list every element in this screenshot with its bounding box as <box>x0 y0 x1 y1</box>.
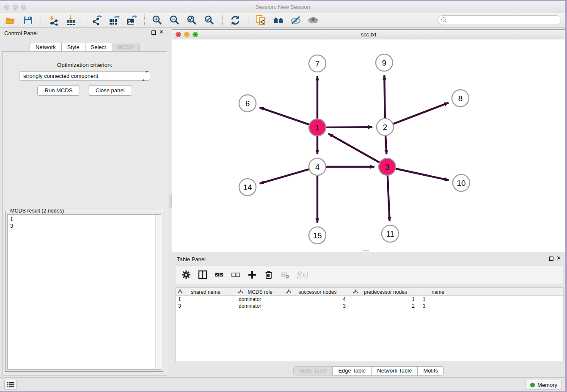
refresh-icon[interactable] <box>230 15 241 26</box>
select-all-checkboxes-icon[interactable] <box>215 270 224 279</box>
delete-table-icon[interactable] <box>281 270 290 279</box>
graph-node-label-8: 8 <box>458 94 463 103</box>
graph-node-label-2: 2 <box>383 123 388 132</box>
save-icon[interactable] <box>22 15 33 26</box>
tab-edge-table[interactable]: Edge Table <box>332 366 372 375</box>
main-toolbar <box>0 13 565 28</box>
graph-node-label-11: 11 <box>386 229 394 238</box>
column-header-name[interactable]: name <box>420 288 456 296</box>
zoom-in-icon[interactable] <box>152 15 163 26</box>
network-view-window: ✕ − + scc.txt 7968124314101511 <box>172 29 565 252</box>
graph-edge-1-6[interactable] <box>259 108 309 125</box>
graph-edge-4-14[interactable] <box>260 169 309 184</box>
network-window-titlebar[interactable]: ✕ − + scc.txt <box>172 30 565 39</box>
cell-name[interactable]: 3 <box>420 303 456 309</box>
network-graph-canvas[interactable]: 7968124314101511 <box>172 39 565 252</box>
duplicate-network-icon[interactable] <box>256 15 267 26</box>
graph-node-label-9: 9 <box>382 58 387 67</box>
cell-predecessor-nodes[interactable]: 2 <box>351 303 420 309</box>
graph-edge-2-8[interactable] <box>393 103 449 124</box>
select-stepper-icon <box>142 73 147 80</box>
mcds-result-textarea[interactable]: 1 3 <box>7 214 161 370</box>
table-panel-tabs: Node TableEdge TableNetwork TableMotifs <box>293 366 444 375</box>
apply-function-icon[interactable]: f(x) <box>297 270 308 279</box>
run-mcds-button[interactable]: Run MCDS <box>37 86 80 96</box>
toolbar-separator <box>84 14 84 26</box>
graph-edge-1-2[interactable] <box>326 127 372 127</box>
table-panel: Table Panel ✕ <box>172 254 565 377</box>
status-bar: Memory <box>0 377 565 391</box>
zoom-selected-icon[interactable] <box>204 15 215 26</box>
cell-MCDS-role[interactable]: dominator <box>236 303 284 309</box>
table-row[interactable]: 1dominator411 <box>176 296 563 303</box>
titlebar: Session: New Session <box>0 1 565 13</box>
cell-shared-name[interactable]: 3 <box>176 303 236 309</box>
add-row-icon[interactable] <box>248 270 257 279</box>
network-resize-grip[interactable] <box>363 250 369 251</box>
graph-edge-3-1[interactable] <box>328 134 380 163</box>
houses-icon[interactable] <box>273 15 284 26</box>
graph-edge-3-11[interactable] <box>388 175 390 221</box>
cell-name[interactable]: 1 <box>420 296 456 303</box>
delete-row-icon[interactable] <box>264 270 273 279</box>
close-panel-icon[interactable]: ✕ <box>556 255 561 261</box>
graph-node-label-10: 10 <box>457 179 465 188</box>
export-network-icon[interactable] <box>91 15 102 26</box>
column-header-shared-name[interactable]: shared name <box>176 288 236 296</box>
close-panel-button[interactable]: Close panel <box>88 86 132 96</box>
window-title: Session: New Session <box>0 4 565 10</box>
hide-eye-icon[interactable] <box>290 15 301 26</box>
search-input[interactable] <box>438 15 561 25</box>
float-panel-icon[interactable] <box>549 257 553 261</box>
settings-gear-icon[interactable] <box>182 270 191 279</box>
table-panel-header: Table Panel ✕ <box>172 254 565 265</box>
result-scrollbar[interactable] <box>155 215 161 369</box>
graph-edge-2-9[interactable] <box>384 75 385 119</box>
control-panel: Control Panel ✕ NetworkStyleSelectMCDS O… <box>0 28 169 377</box>
clear-selection-checkboxes-icon[interactable] <box>231 270 240 279</box>
table-row[interactable]: 3dominator323 <box>176 303 563 309</box>
show-columns-icon[interactable] <box>198 270 207 279</box>
tab-style[interactable]: Style <box>61 43 85 52</box>
column-header-successor-nodes[interactable]: successor nodes <box>284 288 351 296</box>
node-table: shared nameMCDS rolesuccessor nodesprede… <box>175 287 564 362</box>
cell-predecessor-nodes[interactable]: 1 <box>351 296 420 303</box>
open-file-icon[interactable] <box>5 15 16 26</box>
task-history-button[interactable] <box>4 380 17 390</box>
export-table-icon[interactable] <box>109 15 120 26</box>
column-header-predecessor-nodes[interactable]: predecessor nodes <box>351 288 420 296</box>
cell-successor-nodes[interactable]: 4 <box>284 296 351 303</box>
tab-node-table[interactable]: Node Table <box>293 366 333 375</box>
tab-motifs[interactable]: Motifs <box>417 366 444 375</box>
graph-edge-3-10[interactable] <box>396 168 449 180</box>
export-image-icon[interactable] <box>126 15 137 26</box>
memory-label: Memory <box>537 382 557 388</box>
application-window: Session: New Session <box>0 1 565 391</box>
cell-MCDS-role[interactable]: dominator <box>236 296 284 303</box>
toolbar-separator <box>144 14 145 26</box>
network-window-title: scc.txt <box>172 31 565 38</box>
zoom-fit-icon[interactable] <box>187 15 198 26</box>
splitter-grip[interactable] <box>169 195 172 207</box>
memory-status-icon <box>530 383 535 387</box>
float-panel-icon[interactable] <box>151 30 156 35</box>
graph-edge-2-3[interactable] <box>385 135 386 154</box>
tab-select[interactable]: Select <box>85 43 112 52</box>
cell-shared-name[interactable]: 1 <box>176 296 236 303</box>
graph-node-label-7: 7 <box>315 59 320 68</box>
graph-node-label-3: 3 <box>385 163 390 171</box>
mcds-panel-body: Optimization criterion: strongly connect… <box>2 51 167 375</box>
import-network-icon[interactable] <box>48 15 59 26</box>
zoom-out-icon[interactable] <box>169 15 180 26</box>
tab-network[interactable]: Network <box>30 43 62 52</box>
close-panel-icon[interactable]: ✕ <box>159 29 164 35</box>
tab-mcds[interactable]: MCDS <box>112 43 140 52</box>
table-header-row: shared nameMCDS rolesuccessor nodesprede… <box>176 288 563 296</box>
criterion-select[interactable]: strongly connected component <box>19 71 150 81</box>
tab-network-table[interactable]: Network Table <box>371 366 418 375</box>
show-eye-icon[interactable] <box>308 15 319 26</box>
cell-successor-nodes[interactable]: 3 <box>284 303 351 309</box>
memory-button[interactable]: Memory <box>526 380 562 390</box>
import-table-icon[interactable] <box>66 15 77 26</box>
column-header-MCDS-role[interactable]: MCDS role <box>236 288 284 296</box>
